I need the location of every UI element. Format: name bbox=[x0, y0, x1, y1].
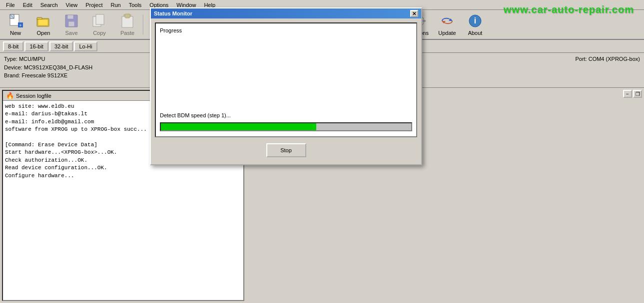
menu-project[interactable]: Project bbox=[81, 1, 106, 9]
log-line-9: Read device configuration...OK. bbox=[5, 164, 241, 172]
svg-text:+: + bbox=[19, 23, 21, 28]
info-left: Type: MCU/MPU Device: MC9S12XEQ384_D-FLA… bbox=[4, 55, 92, 80]
8bit-button[interactable]: 8-bit bbox=[3, 41, 23, 51]
open-button[interactable]: Open bbox=[30, 11, 57, 37]
save-button[interactable]: Save bbox=[58, 11, 85, 37]
menu-edit[interactable]: Edit bbox=[19, 1, 36, 9]
menu-search[interactable]: Search bbox=[36, 1, 62, 9]
16bit-button[interactable]: 16-bit bbox=[24, 41, 48, 51]
session-icon: 🔥 bbox=[6, 92, 14, 99]
menu-view[interactable]: View bbox=[62, 1, 82, 9]
copy-label: Copy bbox=[93, 30, 106, 36]
session-title-label: Session logfile bbox=[16, 93, 51, 99]
device-info: Device: MC9S12XEQ384_D-FLASH bbox=[4, 63, 92, 72]
info-right: Port: COM4 (XPROG-box) bbox=[575, 55, 640, 63]
dialog-body: Progress Detect BDM speed (step 1)... St… bbox=[151, 18, 421, 164]
watermark: www.car-auto-repair.com bbox=[504, 4, 634, 15]
open-label: Open bbox=[37, 30, 50, 36]
svg-text:i: i bbox=[474, 16, 476, 25]
window-chrome: − ❐ bbox=[621, 88, 644, 100]
copy-icon bbox=[91, 13, 107, 29]
lohi-button[interactable]: Lo-Hi bbox=[74, 41, 97, 51]
update-icon bbox=[439, 13, 455, 29]
progress-section: Progress Detect BDM speed (step 1)... bbox=[155, 22, 417, 137]
new-button[interactable]: + New bbox=[2, 11, 29, 37]
svg-rect-10 bbox=[67, 15, 73, 19]
progress-bar-fill bbox=[161, 123, 316, 130]
progress-label: Progress bbox=[160, 27, 412, 33]
save-label: Save bbox=[65, 30, 77, 36]
new-label: New bbox=[10, 30, 21, 36]
dialog-footer: Stop bbox=[155, 141, 417, 160]
status-monitor-dialog: Status Monitor ✕ Progress Detect BDM spe… bbox=[150, 7, 422, 165]
menu-tools[interactable]: Tools bbox=[125, 1, 146, 9]
svg-rect-11 bbox=[68, 21, 74, 26]
minimize-button[interactable]: − bbox=[623, 90, 632, 98]
status-text: Detect BDM speed (step 1)... bbox=[160, 112, 231, 118]
update-button[interactable]: Update bbox=[434, 11, 461, 37]
update-label: Update bbox=[438, 30, 456, 36]
svg-rect-8 bbox=[38, 19, 48, 25]
progress-bar-container bbox=[160, 122, 412, 131]
svg-rect-16 bbox=[125, 14, 130, 18]
about-label: About bbox=[468, 30, 483, 36]
save-icon bbox=[63, 13, 79, 29]
32bit-button[interactable]: 32-bit bbox=[49, 41, 73, 51]
copy-button[interactable]: Copy bbox=[86, 11, 113, 37]
menu-run[interactable]: Run bbox=[106, 1, 124, 9]
port-info: Port: COM4 (XPROG-box) bbox=[575, 55, 640, 63]
paste-button[interactable]: Paste bbox=[114, 11, 141, 37]
new-icon: + bbox=[7, 13, 23, 29]
brand-info: Brand: Freescale 9S12XE bbox=[4, 71, 92, 80]
stop-button[interactable]: Stop bbox=[266, 143, 306, 157]
dialog-close-button[interactable]: ✕ bbox=[410, 10, 418, 17]
paste-icon bbox=[119, 13, 135, 29]
dialog-titlebar: Status Monitor ✕ bbox=[151, 8, 421, 18]
svg-rect-53 bbox=[423, 20, 426, 21]
restore-button[interactable]: ❐ bbox=[633, 90, 642, 98]
type-info: Type: MCU/MPU bbox=[4, 55, 92, 63]
dialog-title-text: Status Monitor bbox=[154, 10, 192, 16]
svg-rect-13 bbox=[96, 14, 104, 24]
about-icon: i bbox=[467, 13, 483, 29]
paste-label: Paste bbox=[120, 30, 134, 36]
svg-rect-7 bbox=[37, 17, 42, 19]
log-line-10: Configure hardware... bbox=[5, 172, 241, 180]
menu-file[interactable]: File bbox=[2, 1, 19, 9]
about-button[interactable]: i About bbox=[462, 11, 489, 37]
separator-1 bbox=[143, 14, 144, 34]
open-icon bbox=[35, 13, 51, 29]
